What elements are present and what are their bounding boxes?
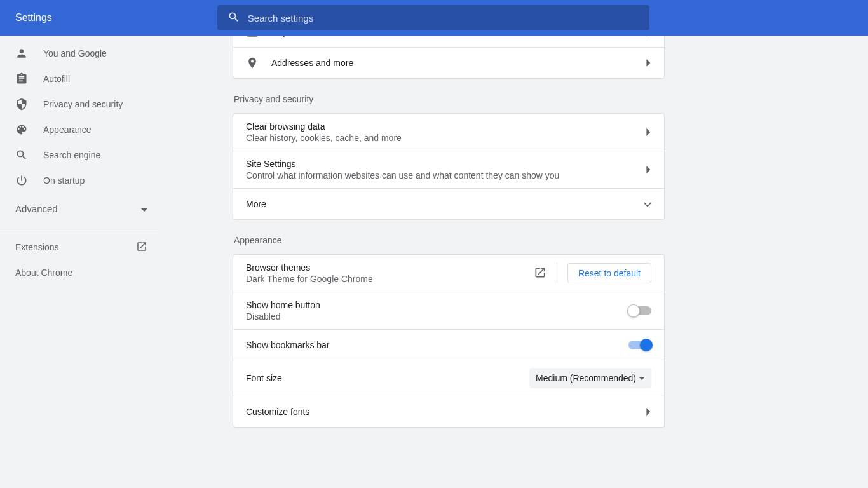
chevron-right-icon xyxy=(646,166,651,173)
sidebar-item-appearance[interactable]: Appearance xyxy=(0,117,163,142)
section-title-privacy: Privacy and security xyxy=(234,94,665,104)
sidebar-item-label: On startup xyxy=(43,175,85,186)
credit-card-icon xyxy=(246,36,259,39)
row-subtitle: Disabled xyxy=(246,311,628,322)
sidebar-item-label: Extensions xyxy=(15,242,58,252)
privacy-card: Clear browsing data Clear history, cooki… xyxy=(233,113,665,220)
sidebar-item-you-and-google[interactable]: You and Google xyxy=(0,41,163,66)
row-browser-themes[interactable]: Browser themes Dark Theme for Google Chr… xyxy=(233,255,664,292)
row-subtitle: Control what information websites can us… xyxy=(246,170,646,180)
row-payment-methods[interactable]: Payment methods xyxy=(233,36,664,48)
row-title: Browser themes xyxy=(246,262,534,273)
autofill-card: Payment methods Addresses and more xyxy=(233,36,665,79)
sidebar-item-label: Appearance xyxy=(43,125,92,135)
sidebar-item-label: About Chrome xyxy=(15,268,72,278)
sidebar-item-label: Advanced xyxy=(15,203,58,214)
row-show-home-button[interactable]: Show home button Disabled xyxy=(233,292,664,330)
row-title: Show bookmarks bar xyxy=(246,340,628,350)
divider xyxy=(0,229,158,229)
sidebar-item-label: Privacy and security xyxy=(43,99,123,109)
row-title: Font size xyxy=(246,373,529,383)
search-icon xyxy=(227,11,240,25)
bookmarks-toggle[interactable] xyxy=(628,341,651,349)
row-clear-data[interactable]: Clear browsing data Clear history, cooki… xyxy=(233,114,664,151)
open-external-icon xyxy=(136,241,147,254)
chevron-right-icon xyxy=(646,128,651,136)
row-show-bookmarks-bar[interactable]: Show bookmarks bar xyxy=(233,330,664,360)
chevron-right-icon xyxy=(646,59,651,67)
sidebar-item-label: You and Google xyxy=(43,48,107,58)
row-title: Payment methods xyxy=(271,36,646,37)
row-more[interactable]: More xyxy=(233,189,664,219)
row-title: Site Settings xyxy=(246,159,646,169)
search-bar[interactable] xyxy=(217,5,649,30)
chevron-down-icon xyxy=(141,203,147,214)
row-title: More xyxy=(246,199,644,209)
sidebar-item-privacy[interactable]: Privacy and security xyxy=(0,92,163,117)
section-title-appearance: Appearance xyxy=(234,235,665,245)
sidebar-item-about[interactable]: About Chrome xyxy=(0,260,163,285)
page-title: Settings xyxy=(15,12,52,24)
row-title: Addresses and more xyxy=(271,58,646,68)
clipboard-icon xyxy=(15,72,28,85)
divider xyxy=(557,263,557,283)
row-font-size[interactable]: Font size Medium (Recommended) xyxy=(233,360,664,396)
app-header: Settings xyxy=(0,0,868,36)
row-site-settings[interactable]: Site Settings Control what information w… xyxy=(233,151,664,189)
person-icon xyxy=(15,47,28,60)
sidebar: You and Google Autofill Privacy and secu… xyxy=(0,36,163,488)
chevron-right-icon xyxy=(646,36,651,36)
row-customize-fonts[interactable]: Customize fonts xyxy=(233,396,664,427)
sidebar-item-label: Autofill xyxy=(43,74,70,84)
content-area: Payment methods Addresses and more Priva… xyxy=(163,36,868,488)
sidebar-item-search-engine[interactable]: Search engine xyxy=(0,142,163,168)
row-title: Customize fonts xyxy=(246,407,646,417)
sidebar-item-label: Search engine xyxy=(43,150,100,160)
power-icon xyxy=(15,174,28,187)
row-addresses[interactable]: Addresses and more xyxy=(233,48,664,78)
shield-icon xyxy=(15,98,28,111)
sidebar-item-autofill[interactable]: Autofill xyxy=(0,66,163,92)
palette-icon xyxy=(15,123,28,136)
search-input[interactable] xyxy=(248,13,639,24)
row-subtitle: Dark Theme for Google Chrome xyxy=(246,274,534,284)
row-title: Show home button xyxy=(246,300,628,310)
open-external-icon[interactable] xyxy=(534,266,546,281)
font-size-dropdown[interactable]: Medium (Recommended) xyxy=(529,368,651,388)
home-button-toggle[interactable] xyxy=(628,306,651,315)
chevron-down-icon xyxy=(639,377,645,380)
row-subtitle: Clear history, cookies, cache, and more xyxy=(246,133,646,143)
sidebar-item-extensions[interactable]: Extensions xyxy=(0,234,163,260)
appearance-card: Browser themes Dark Theme for Google Chr… xyxy=(233,254,665,428)
sidebar-item-on-startup[interactable]: On startup xyxy=(0,168,163,193)
chevron-right-icon xyxy=(646,408,651,416)
search-icon xyxy=(15,149,28,161)
location-icon xyxy=(246,57,259,69)
dropdown-value: Medium (Recommended) xyxy=(536,373,636,383)
reset-to-default-button[interactable]: Reset to default xyxy=(567,263,651,283)
sidebar-item-advanced[interactable]: Advanced xyxy=(0,193,163,224)
row-title: Clear browsing data xyxy=(246,121,646,132)
chevron-down-icon xyxy=(644,200,651,209)
